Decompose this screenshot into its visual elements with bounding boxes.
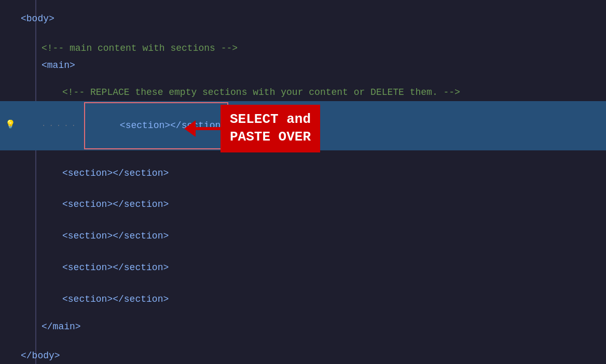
whitespace-dots: ····· <box>42 120 79 131</box>
annotation: SELECT and PASTE OVER <box>195 105 320 152</box>
line-empty-7 <box>0 276 606 291</box>
lightbulb-icon[interactable]: 💡 <box>5 119 16 133</box>
line-section-4: <section></section> <box>0 228 606 245</box>
line-empty-5 <box>0 213 606 228</box>
line-body-close: </body> <box>0 347 606 364</box>
line-empty-4 <box>0 181 606 196</box>
section-tag-6: <section></section> <box>62 292 169 307</box>
section-tag-3: <section></section> <box>62 197 169 212</box>
line-empty-8 <box>0 308 606 318</box>
line-comment-1: <!-- main content with sections --> <box>0 40 606 57</box>
line-section-5: <section></section> <box>0 259 606 276</box>
line-section-6: <section></section> <box>0 291 606 308</box>
main-open-tag: <main> <box>42 58 75 73</box>
section-tag-5: <section></section> <box>62 260 169 275</box>
comment-2: <!-- REPLACE these empty sections with y… <box>62 85 460 100</box>
body-open-tag: <body> <box>21 11 54 26</box>
line-empty-2 <box>0 74 606 84</box>
line-empty-3 <box>0 150 606 165</box>
body-close-tag: </body> <box>21 348 60 363</box>
line-main-close: </main> <box>0 318 606 335</box>
callout-line1: SELECT and <box>230 111 311 127</box>
line-empty-9 <box>0 335 606 347</box>
line-comment-2: <!-- REPLACE these empty sections with y… <box>0 84 606 101</box>
callout-line2: PASTE OVER <box>230 129 311 145</box>
code-editor: <body> <!-- main content with sections -… <box>0 0 606 364</box>
line-main-open: <main> <box>0 57 606 74</box>
section-tag-4: <section></section> <box>62 229 169 244</box>
comment-1: <!-- main content with sections --> <box>42 41 238 56</box>
line-section-2: <section></section> <box>0 165 606 182</box>
line-section-3: <section></section> <box>0 196 606 213</box>
main-close-tag: </main> <box>42 319 81 334</box>
section-tag-2: <section></section> <box>62 166 169 181</box>
line-empty-1 <box>0 30 606 40</box>
line-body-open: <body> <box>0 10 606 27</box>
line-empty-6 <box>0 245 606 259</box>
callout-label: SELECT and PASTE OVER <box>221 105 320 152</box>
